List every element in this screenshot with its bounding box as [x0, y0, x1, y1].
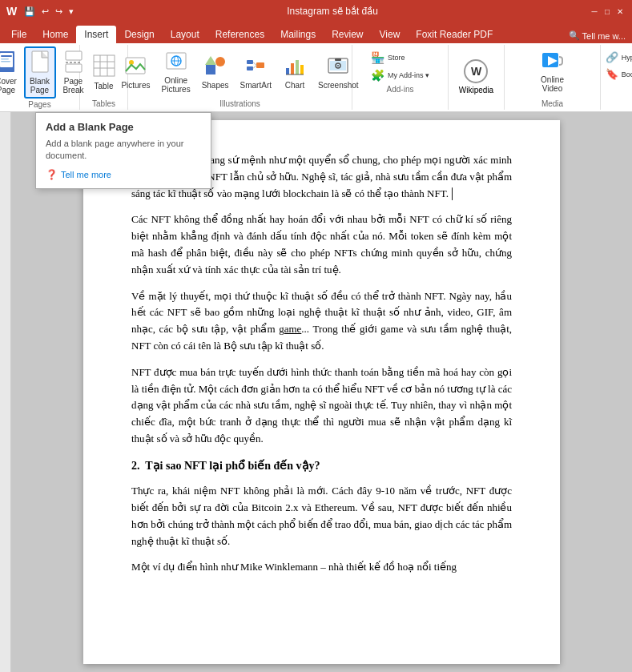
- tab-home[interactable]: Home: [34, 26, 76, 43]
- store-button[interactable]: 🏪 Store: [368, 50, 433, 66]
- paragraph-4: NFT được mua bán trực tuyến dưới hình th…: [131, 364, 512, 448]
- tab-review[interactable]: Review: [324, 26, 371, 43]
- wikipedia-button[interactable]: W Wikipedia: [454, 58, 498, 96]
- svg-marker-24: [205, 56, 216, 65]
- my-addins-label: My Add-ins ▾: [388, 71, 429, 79]
- svg-rect-2: [1, 55, 12, 57]
- maximize-icon[interactable]: □: [602, 6, 613, 17]
- media-group: OnlineVideo Media: [505, 45, 601, 110]
- svg-rect-1: [0, 53, 13, 67]
- bookmark-label: Boo...: [622, 70, 632, 78]
- blank-page-tooltip: Add a Blank Page Add a blank page anywhe…: [35, 112, 211, 189]
- content-scroll[interactable]: Chuỗi số ấy sẽ mang sứ mệnh như một quyể…: [11, 112, 632, 672]
- tooltip-description: Add a blank page anywhere in your docume…: [46, 138, 201, 163]
- window-controls: ─ □ ✕: [589, 6, 626, 17]
- document-page[interactable]: Chuỗi số ấy sẽ mang sứ mệnh như một quyể…: [83, 120, 560, 664]
- tab-layout[interactable]: Layout: [163, 26, 207, 43]
- blank-page-icon: [30, 50, 50, 75]
- smartart-icon: [245, 55, 266, 79]
- tell-me-box[interactable]: 🔍 Tell me w...: [562, 28, 632, 43]
- chart-button[interactable]: Chart: [279, 53, 311, 92]
- svg-rect-33: [300, 65, 304, 74]
- pictures-button[interactable]: Pictures: [117, 53, 154, 92]
- shapes-button[interactable]: Shapes: [198, 53, 233, 92]
- screenshot-icon: [328, 55, 348, 79]
- table-button[interactable]: Table: [88, 52, 120, 93]
- bookmark-button[interactable]: 🔖 Boo...: [602, 66, 632, 82]
- cover-page-icon: [0, 50, 16, 75]
- tab-file[interactable]: File: [3, 26, 34, 43]
- links-inner: 🔗 Hyperlink 🔖 Boo...: [602, 46, 632, 82]
- tables-buttons: Table: [88, 46, 120, 98]
- online-video-button[interactable]: OnlineVideo: [537, 49, 569, 95]
- ribbon: CoverPage BlankPage PageBreak Pages: [0, 43, 632, 112]
- tooltip-link-text[interactable]: Tell me more: [61, 170, 111, 179]
- page-text: Chuỗi số ấy sẽ mang sứ mệnh như một quyể…: [131, 152, 512, 576]
- my-addins-icon: 🧩: [371, 69, 384, 82]
- tab-foxit[interactable]: Foxit Reader PDF: [408, 26, 501, 43]
- chart-icon: [284, 55, 305, 79]
- svg-point-23: [215, 57, 225, 66]
- svg-rect-10: [66, 64, 82, 72]
- tab-design[interactable]: Design: [116, 26, 162, 43]
- title-bar-left: W 💾 ↩ ↪ ▾: [6, 5, 76, 18]
- quick-access-toolbar: 💾 ↩ ↪ ▾: [22, 6, 76, 18]
- addins-group: 🏪 Store 🧩 My Add-ins ▾ Add-ins: [352, 45, 449, 110]
- paragraph-3: Về mặt lý thuyết, mọi thứ thuộc kĩ thuật…: [131, 288, 512, 355]
- tab-insert[interactable]: Insert: [76, 26, 116, 43]
- illustrations-buttons: Pictures OnlinePictures Shapes SmartArt: [117, 46, 362, 98]
- shapes-icon: [205, 55, 226, 79]
- illustrations-group-label: Illustrations: [219, 98, 260, 108]
- svg-rect-27: [256, 62, 264, 68]
- bookmark-icon: 🔖: [606, 68, 618, 80]
- pictures-label: Pictures: [121, 81, 150, 90]
- help-icon: ❓: [46, 169, 58, 180]
- store-icon: 🏪: [371, 51, 384, 64]
- blank-page-button[interactable]: BlankPage: [24, 46, 56, 99]
- redo-icon[interactable]: ↪: [53, 6, 65, 18]
- my-addins-button[interactable]: 🧩 My Add-ins ▾: [368, 67, 433, 83]
- svg-rect-30: [286, 68, 289, 74]
- dropdown-icon[interactable]: ▾: [66, 6, 76, 18]
- addins-group-label: Add-ins: [387, 83, 414, 94]
- svg-line-28: [253, 62, 256, 65]
- title-bar: W 💾 ↩ ↪ ▾ Instagram sẽ bắt đầu ─ □ ✕: [0, 0, 632, 22]
- online-video-icon: [541, 51, 564, 74]
- svg-rect-22: [206, 65, 215, 74]
- hyperlink-label: Hyperlink: [622, 54, 632, 62]
- shapes-label: Shapes: [202, 81, 229, 90]
- ruler-left: [0, 112, 11, 672]
- save-icon[interactable]: 💾: [22, 6, 38, 18]
- svg-rect-5: [32, 51, 48, 72]
- tab-mailings[interactable]: Mailings: [272, 26, 324, 43]
- svg-rect-8: [66, 51, 82, 60]
- wikipedia-group: W Wikipedia: [449, 45, 505, 110]
- online-pictures-label: OnlinePictures: [162, 76, 191, 94]
- hyperlink-button[interactable]: 🔗 Hyperlink: [602, 50, 632, 65]
- pages-group: CoverPage BlankPage PageBreak Pages: [0, 45, 80, 110]
- chart-label: Chart: [285, 81, 304, 90]
- svg-rect-32: [296, 60, 299, 74]
- pages-group-label: Pages: [28, 99, 50, 109]
- blank-page-label: BlankPage: [30, 77, 50, 95]
- illustrations-group: Pictures OnlinePictures Shapes SmartArt: [128, 45, 352, 110]
- tab-view[interactable]: View: [372, 26, 409, 43]
- tables-group-label: Tables: [92, 98, 115, 108]
- tooltip-link[interactable]: ❓ Tell me more: [46, 169, 201, 180]
- word-logo-icon: W: [6, 5, 17, 18]
- online-pictures-button[interactable]: OnlinePictures: [158, 48, 195, 96]
- table-label: Table: [95, 82, 114, 91]
- svg-rect-25: [247, 60, 253, 64]
- minimize-icon[interactable]: ─: [589, 6, 600, 17]
- svg-rect-3: [1, 58, 9, 60]
- svg-rect-31: [291, 63, 294, 74]
- ribbon-tabs: File Home Insert Design Layout Reference…: [0, 22, 632, 43]
- table-icon: [93, 54, 115, 80]
- paragraph-2: Các NFT không thể đồng nhất hay hoán đổi…: [131, 211, 512, 278]
- close-icon[interactable]: ✕: [614, 6, 626, 17]
- smartart-button[interactable]: SmartArt: [236, 53, 276, 92]
- tab-references[interactable]: References: [207, 26, 272, 43]
- cover-page-button[interactable]: CoverPage: [0, 48, 22, 97]
- paragraph-5: Thực ra, khái niệm NFT không phải là mới…: [131, 483, 512, 549]
- undo-icon[interactable]: ↩: [39, 6, 51, 18]
